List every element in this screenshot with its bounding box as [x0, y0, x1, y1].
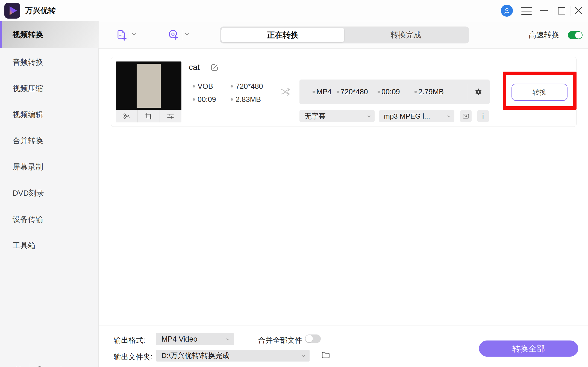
thumbnail-toolbar — [116, 110, 181, 122]
compress-icon — [462, 113, 469, 120]
source-size: 2.83MB — [236, 95, 261, 104]
sidebar-item-toolbox[interactable]: 工具箱 — [0, 233, 99, 259]
high-speed-toggle[interactable] — [568, 31, 583, 39]
maximize-button[interactable] — [558, 7, 565, 14]
add-file-dropdown-arrow[interactable] — [132, 33, 136, 36]
sidebar-item-audio-convert[interactable]: 音频转换 — [0, 49, 99, 75]
task-card: cat VOB 720*480 00:09 2.83MB MP4 720*480… — [111, 57, 577, 127]
output-folder-select-value: D:\万兴优转\转换完成 — [156, 351, 229, 360]
output-size: 2.79MB — [418, 80, 444, 104]
help-icon — [35, 366, 44, 367]
add-disc-dropdown-arrow[interactable] — [185, 33, 189, 36]
bullet — [378, 91, 380, 93]
user-guide-button[interactable] — [14, 366, 23, 367]
trim-button[interactable] — [116, 110, 137, 122]
output-folder-label: 输出文件夹: — [114, 352, 153, 362]
sidebar-item-dvd-burn[interactable]: DVD刻录 — [0, 180, 99, 206]
bullet — [313, 91, 315, 93]
add-disc-button[interactable] — [167, 29, 179, 41]
bullet — [193, 85, 195, 87]
toolbar-divider — [129, 30, 129, 40]
close-button[interactable] — [574, 7, 583, 15]
bullet — [231, 98, 233, 101]
sidebar-item-video-convert[interactable]: 视频转换 — [0, 21, 99, 48]
toggle-knob — [305, 335, 313, 342]
titlebar-divider — [553, 6, 553, 16]
tab-converting[interactable]: 正在转换 — [221, 28, 344, 42]
subtitle-select-value: 无字幕 — [299, 112, 326, 120]
scissors-icon — [123, 112, 131, 120]
folder-icon — [321, 350, 330, 360]
high-speed-label: 高速转换 — [529, 21, 559, 49]
add-file-icon — [116, 29, 127, 41]
source-duration: 00:09 — [198, 95, 216, 104]
settings-button[interactable] — [474, 88, 483, 96]
tab-finished[interactable]: 转换完成 — [344, 27, 468, 43]
file-name: cat — [189, 63, 200, 72]
video-thumbnail — [116, 61, 181, 110]
audio-track-select[interactable]: mp3 MPEG l... — [379, 110, 454, 122]
add-disc-icon — [167, 29, 179, 41]
output-format-label: 输出格式: — [114, 335, 145, 345]
sidebar-item-video-compress[interactable]: 视频压缩 — [0, 75, 99, 102]
minimize-button[interactable] — [540, 10, 548, 11]
output-format-select-value: MP4 Video — [156, 335, 198, 343]
sidebar-item-device-transfer[interactable]: 设备传输 — [0, 206, 99, 233]
output-format: MP4 — [316, 80, 332, 104]
subtitle-select[interactable]: 无字幕 — [299, 110, 375, 122]
bullet — [414, 91, 417, 93]
convert-all-button[interactable]: 转换全部 — [479, 340, 578, 357]
gear-icon — [474, 88, 483, 96]
titlebar: 万兴优转 — [0, 0, 588, 21]
effects-button[interactable] — [160, 110, 181, 122]
book-icon — [14, 366, 23, 367]
app-title: 万兴优转 — [25, 0, 56, 21]
source-resolution: 720*480 — [236, 82, 263, 91]
chevron-down-icon — [226, 338, 230, 340]
add-file-button[interactable] — [116, 29, 127, 41]
bullet — [193, 98, 195, 101]
open-folder-button[interactable] — [321, 350, 331, 360]
titlebar-divider — [536, 6, 536, 16]
sidebar-footer-divider — [29, 363, 29, 367]
titlebar-divider — [571, 6, 571, 16]
convert-button[interactable]: 转换 — [511, 84, 568, 101]
output-duration: 00:09 — [381, 80, 400, 104]
people-icon — [57, 366, 67, 367]
account-button[interactable] — [501, 5, 513, 17]
output-resolution: 720*480 — [340, 80, 368, 104]
crop-icon — [145, 112, 152, 120]
audio-track-select-value: mp3 MPEG l... — [379, 112, 430, 120]
output-format-select[interactable]: MP4 Video — [156, 333, 234, 345]
sidebar: 视频转换 音频转换 视频压缩 视频编辑 合并转换 屏幕录制 DVD刻录 设备传输… — [0, 21, 99, 367]
crop-button[interactable] — [137, 110, 159, 122]
toggle-knob — [575, 32, 582, 39]
output-folder-select[interactable]: D:\万兴优转\转换完成 — [156, 350, 310, 362]
sidebar-item-merge-convert[interactable]: 合并转换 — [0, 128, 99, 154]
chevron-down-icon — [367, 115, 371, 118]
sliders-icon — [167, 112, 174, 120]
community-button[interactable] — [57, 366, 67, 367]
merge-all-toggle[interactable] — [305, 334, 321, 343]
person-icon — [503, 7, 511, 15]
chevron-down-icon — [185, 33, 189, 36]
help-button[interactable] — [35, 366, 44, 367]
shuffle-arrows-icon — [280, 85, 293, 98]
rename-icon[interactable] — [210, 63, 219, 72]
bullet — [231, 85, 233, 87]
toolbar: 正在转换 转换完成 高速转换 — [99, 21, 588, 49]
menu-icon[interactable] — [521, 7, 532, 15]
info-button[interactable]: i — [477, 110, 489, 122]
output-summary-box: MP4 720*480 00:09 2.79MB — [299, 80, 490, 104]
sidebar-item-video-edit[interactable]: 视频编辑 — [0, 102, 99, 128]
footer-divider — [99, 325, 588, 325]
chevron-down-icon — [132, 33, 136, 36]
chevron-down-icon — [447, 115, 451, 118]
sidebar-item-screen-record[interactable]: 屏幕录制 — [0, 154, 99, 180]
chevron-down-icon — [302, 355, 305, 357]
toolbar-divider — [182, 30, 182, 40]
tab-group: 正在转换 转换完成 — [220, 27, 469, 43]
info-icon: i — [482, 112, 484, 121]
compress-button[interactable] — [460, 110, 472, 122]
merge-all-label: 合并全部文件 — [258, 335, 302, 345]
